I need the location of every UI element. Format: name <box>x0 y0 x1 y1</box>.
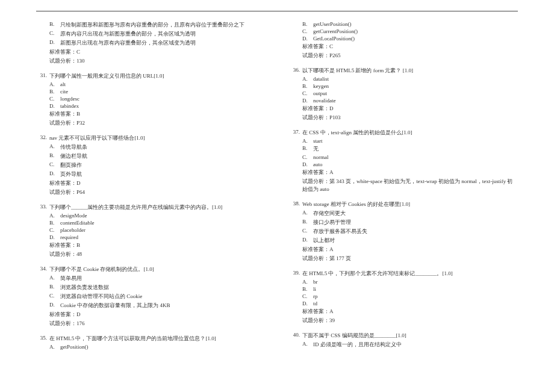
option-text: 浏览器自动管理不同站点的 Cookie <box>60 293 142 300</box>
option-text: Cookie 中存储的数据容量有限，其上限为 4KB <box>60 302 170 310</box>
question-text: 在 CSS 中，text-align 属性的初始值是什么[1.0] <box>302 129 518 137</box>
analysis-value: 39 <box>329 317 335 323</box>
analysis-line: 试题分析：第 343 页，white-space 初始值为无，text-wrap… <box>289 178 518 193</box>
option: B.contentEditable <box>36 220 265 226</box>
option: B.keygen <box>289 83 518 89</box>
option: C.output <box>289 90 518 96</box>
answer-prefix: 标准答案： <box>302 169 329 175</box>
question-number: 32. <box>36 134 49 142</box>
answer-line: 标准答案：A <box>289 246 518 254</box>
option-text: li <box>313 286 316 292</box>
option: A.br <box>289 279 518 285</box>
question: 40.下面不属于 CSS 编码规范的是________[1.0]A.ID 必须是… <box>289 332 518 349</box>
analysis-prefix: 试题分析： <box>302 317 329 323</box>
analysis-prefix: 试题分析： <box>302 52 329 58</box>
option-label: B. <box>49 220 60 226</box>
answer-prefix: 标准答案： <box>302 105 329 111</box>
option-text: 浏览器负责发送数据 <box>60 284 109 291</box>
option-label: C. <box>302 293 313 299</box>
columns: B.只绘制新图形和新图形与原有内容重叠的部分，且原有内容位于重叠部分之下C.原有… <box>36 21 518 357</box>
option-text: GetLocalPosition() <box>313 36 355 42</box>
option-label: D. <box>49 170 60 178</box>
option-text: cite <box>60 89 68 95</box>
option-label: C. <box>302 90 313 96</box>
question: 37.在 CSS 中，text-align 属性的初始值是什么[1.0]A.st… <box>289 129 518 193</box>
option: D.td <box>289 300 518 306</box>
option-label: A. <box>302 210 313 217</box>
answer-value: D <box>329 105 334 111</box>
option-label: A. <box>49 213 60 219</box>
option-label: B. <box>49 284 60 291</box>
question: B.只绘制新图形和新图形与原有内容重叠的部分，且原有内容位于重叠部分之下C.原有… <box>36 21 265 65</box>
option-label: B. <box>302 219 313 226</box>
answer-line: 标准答案：D <box>36 179 265 187</box>
option-text: 新图形只出现在与原有内容重叠部分，其余区域变为透明 <box>60 39 196 47</box>
option-label: B. <box>49 89 60 95</box>
option: B.li <box>289 286 518 292</box>
option-text: 无 <box>313 145 319 153</box>
option: A.getPosition() <box>36 344 265 350</box>
answer-line: 标准答案：A <box>289 169 518 176</box>
question-title: 35.在 HTML5 中，下面哪个方法可以获取用户的当前地理位置信息？[1.0] <box>36 335 265 343</box>
option-text: ID 必须是唯一的，且用在结构定义中 <box>313 341 402 349</box>
question-title: 33.下列哪个______属性的主要功能是允许用户在线编辑元素中的内容。[1.0… <box>36 204 265 211</box>
analysis-prefix: 试题分析： <box>49 120 76 126</box>
option-label: A. <box>302 279 313 285</box>
option-label: C. <box>49 293 60 300</box>
answer-line: 标准答案：B <box>36 110 265 118</box>
answer-value: C <box>76 49 80 55</box>
option-label: D. <box>302 161 313 167</box>
question-text: 下面不属于 CSS 编码规范的是________[1.0] <box>302 332 518 340</box>
analysis-line: 试题分析：176 <box>36 320 265 328</box>
question-title: 34.下列哪个不是 Cookie 存储机制的优点。[1.0] <box>36 266 265 273</box>
option: A.简单易用 <box>36 275 265 282</box>
question-text: 下列哪个属性一般用来定义引用信息的 URL[1.0] <box>49 72 265 80</box>
option: A.ID 必须是唯一的，且用在结构定义中 <box>289 341 518 349</box>
answer-value: B <box>76 242 80 248</box>
question-title: 38.Web storage 相对于 Cookies 的好处在哪里[1.0] <box>289 201 518 208</box>
analysis-prefix: 试题分析： <box>49 320 76 326</box>
option-label: B. <box>49 21 60 29</box>
option-text: required <box>60 234 78 240</box>
question-number: 35. <box>36 335 49 343</box>
answer-line: 标准答案：C <box>289 43 518 51</box>
option: A.start <box>289 138 518 144</box>
option-text: 存储空间更大 <box>313 210 346 217</box>
option-text: getPosition() <box>60 344 89 350</box>
option-text: datalist <box>313 76 329 82</box>
answer-prefix: 标准答案： <box>49 311 76 317</box>
option-label: A. <box>302 138 313 144</box>
analysis-value: P265 <box>329 52 341 58</box>
analysis-line: 试题分析：P64 <box>36 188 265 196</box>
question-number: 37. <box>289 129 302 137</box>
answer-prefix: 标准答案： <box>49 180 76 186</box>
option: D.新图形只出现在与原有内容重叠部分，其余区域变为透明 <box>36 39 265 47</box>
option: D.auto <box>289 161 518 167</box>
option-text: 传统导航条 <box>60 143 87 151</box>
analysis-value: 176 <box>76 320 85 326</box>
option: B.接口少易于管理 <box>289 219 518 226</box>
analysis-line: 试题分析：48 <box>36 250 265 258</box>
question: 32.nav 元素不可以应用于以下哪些场合[1.0]A.传统导航条B.侧边栏导航… <box>36 134 265 196</box>
option-text: auto <box>313 161 323 167</box>
question-text: nav 元素不可以应用于以下哪些场合[1.0] <box>49 134 265 142</box>
question-number: 38. <box>289 201 302 208</box>
answer-line: 标准答案：D <box>36 311 265 319</box>
option: C.浏览器自动管理不同站点的 Cookie <box>36 293 265 300</box>
question: 39.在 HTML5 中，下列那个元素不允许写结束标记________。[1.0… <box>289 270 518 325</box>
option-text: br <box>313 279 318 285</box>
analysis-value: P32 <box>76 120 85 126</box>
question-title: 39.在 HTML5 中，下列那个元素不允许写结束标记________。[1.0… <box>289 270 518 278</box>
option-label: A. <box>302 341 313 349</box>
question-title: 31.下列哪个属性一般用来定义引用信息的 URL[1.0] <box>36 72 265 80</box>
option: A.存储空间更大 <box>289 210 518 217</box>
answer-line: 标准答案：D <box>289 105 518 113</box>
option-label: D. <box>302 300 313 306</box>
question-number: 33. <box>36 204 49 211</box>
option-label: B. <box>302 286 313 292</box>
top-rule <box>36 11 518 11</box>
option-label: B. <box>302 83 313 89</box>
option: B.只绘制新图形和新图形与原有内容重叠的部分，且原有内容位于重叠部分之下 <box>36 21 265 29</box>
option-text: getUserPosition() <box>313 21 352 27</box>
question-number: 39. <box>289 270 302 278</box>
